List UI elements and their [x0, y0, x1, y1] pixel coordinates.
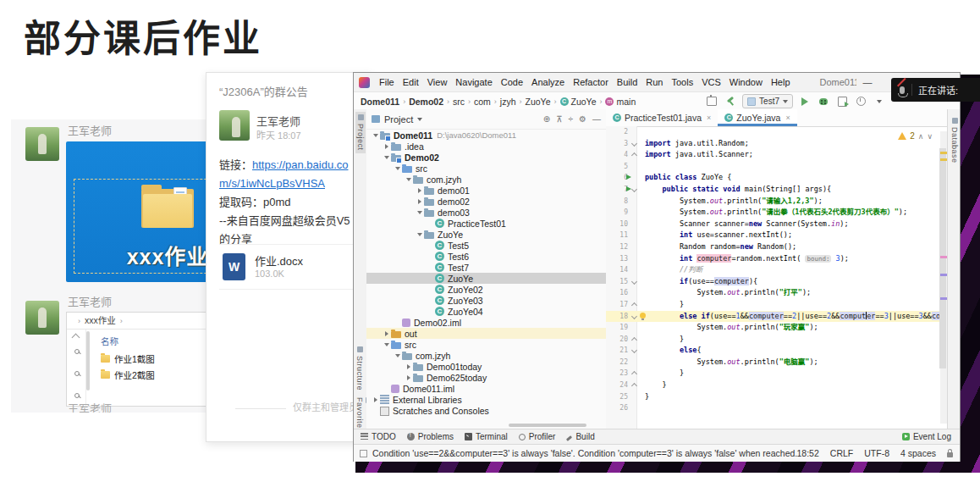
debug-icon[interactable]: [818, 96, 829, 108]
lock-icon[interactable]: [947, 452, 953, 457]
code-line[interactable]: 23 }: [606, 368, 948, 379]
breadcrumb-item[interactable]: com: [474, 97, 491, 107]
chevron-down-icon[interactable]: [372, 134, 379, 137]
tool-window-button-todo[interactable]: TODO: [361, 432, 396, 441]
menu-code[interactable]: Code: [497, 77, 527, 87]
code-line[interactable]: 16 System.out.println("打平");: [606, 287, 948, 299]
menu-run[interactable]: Run: [641, 77, 667, 87]
project-tree-item[interactable]: demo02: [366, 196, 606, 207]
menu-window[interactable]: Window: [725, 77, 767, 87]
avatar[interactable]: [219, 110, 250, 141]
code-editor[interactable]: 23import java.util.Random;4import java.u…: [606, 126, 948, 429]
avatar[interactable]: [25, 301, 59, 335]
project-tree-item[interactable]: Demo02.iml: [366, 317, 606, 328]
tool-window-button-profiler[interactable]: Profiler: [519, 432, 556, 441]
project-tree-item[interactable]: CZuoYe04: [366, 306, 606, 317]
chevron-down-icon[interactable]: [394, 354, 401, 357]
code-line[interactable]: 19 System.out.println("玩家赢");: [606, 322, 948, 334]
code-line[interactable]: 6public class ZuoYe {: [606, 172, 948, 184]
error-stripe-mark[interactable]: [940, 158, 947, 161]
event-log-button[interactable]: Event Log: [902, 432, 960, 441]
project-tree-item[interactable]: com.jzyh: [366, 350, 606, 361]
chevron-right-icon[interactable]: [383, 144, 390, 149]
code-line[interactable]: 9 System.out.println("请出拳（1代表石头2代表剪刀3代表布…: [606, 207, 948, 219]
editor-area[interactable]: CPracticeTest01.java×CZuoYe.java× 2 ∧ ∨ …: [606, 109, 948, 429]
status-item[interactable]: UTF-8: [864, 448, 889, 458]
status-item[interactable]: 4 spaces: [900, 448, 936, 458]
project-tree-item[interactable]: CZuoYe03: [366, 295, 606, 306]
project-tree-item[interactable]: CTest7: [366, 262, 606, 273]
scrollbar[interactable]: [940, 131, 947, 424]
project-tree-item[interactable]: com.jzyh: [366, 174, 606, 185]
minimize-button[interactable]: —: [856, 77, 878, 87]
close-icon[interactable]: ×: [785, 114, 790, 122]
vcs-update-icon[interactable]: [706, 96, 718, 108]
collapse-all-icon[interactable]: ÷: [569, 114, 574, 124]
code-line[interactable]: 8 System.out.println("请输入1,2,3");: [606, 196, 948, 208]
project-tree-item[interactable]: CZuoYe02: [366, 284, 606, 295]
code-line[interactable]: 4import java.util.Scanner;: [606, 149, 948, 161]
project-tree-item[interactable]: demo03: [366, 207, 606, 218]
project-tree-item[interactable]: CTest5: [366, 240, 606, 251]
intention-bulb-icon[interactable]: [640, 313, 646, 319]
project-panel-header[interactable]: Project ⊕⊼÷⚙—: [366, 109, 606, 130]
breadcrumb-item[interactable]: Dome011: [361, 97, 399, 107]
scrollbar[interactable]: [509, 424, 586, 427]
code-line[interactable]: 12 Random random=new Random();: [606, 241, 948, 253]
hide-icon[interactable]: —: [592, 114, 601, 124]
chevron-right-icon[interactable]: [416, 199, 423, 204]
code-line[interactable]: 7 public static void main(String[] args)…: [606, 184, 948, 196]
menu-tools[interactable]: Tools: [667, 77, 697, 87]
project-tree-item[interactable]: Scratches and Consoles: [366, 405, 606, 416]
chevron-down-icon[interactable]: [416, 211, 423, 214]
menu-vcs[interactable]: VCS: [697, 77, 725, 87]
project-tree-item[interactable]: External Libraries: [366, 394, 606, 405]
chevron-down-icon[interactable]: [383, 343, 390, 346]
project-tree-item[interactable]: demo01: [366, 185, 606, 196]
avatar[interactable]: [25, 127, 59, 161]
coverage-icon[interactable]: [836, 96, 848, 108]
code-line[interactable]: 25}: [606, 391, 948, 403]
close-icon[interactable]: ×: [707, 114, 711, 122]
error-stripe-mark[interactable]: [940, 152, 947, 154]
chevron-down-icon[interactable]: [416, 233, 423, 236]
code-line[interactable]: 18 else if(use==1&&computer==2||use==2&&…: [606, 311, 948, 323]
chevron-down-icon[interactable]: [383, 156, 390, 159]
code-line[interactable]: 13 int computer=random.nextInt( bound: 3…: [606, 253, 948, 265]
menu-file[interactable]: File: [375, 77, 399, 87]
breadcrumb-item[interactable]: jzyh: [500, 97, 516, 107]
settings-icon[interactable]: ⚙: [579, 114, 586, 124]
code-line[interactable]: 3import java.util.Random;: [606, 138, 948, 150]
project-tree-item[interactable]: Dome011.iml: [366, 383, 606, 394]
project-tree-item[interactable]: Demo02: [366, 152, 606, 163]
chevron-right-icon[interactable]: [383, 331, 390, 336]
breadcrumb-item[interactable]: ZuoYe: [526, 97, 551, 107]
run-icon[interactable]: [626, 174, 631, 180]
menu-analyze[interactable]: Analyze: [527, 77, 569, 87]
project-tree-item[interactable]: CTest6: [366, 251, 606, 262]
menu-view[interactable]: View: [423, 77, 452, 87]
code-line[interactable]: 14 //判断: [606, 264, 948, 276]
chevron-right-icon[interactable]: [372, 397, 379, 402]
code-line[interactable]: 5: [606, 161, 948, 173]
code-line[interactable]: 10 Scanner scanner=new Scanner(System.in…: [606, 219, 948, 230]
menu-edit[interactable]: Edit: [399, 77, 423, 87]
editor-tab[interactable]: CZuoYe.java×: [718, 109, 796, 126]
tool-window-button-terminal[interactable]: Terminal: [465, 432, 508, 441]
status-item[interactable]: 18:52: [797, 448, 819, 458]
tool-button-project[interactable]: Project: [355, 112, 366, 153]
project-tree-item[interactable]: out: [366, 328, 606, 339]
project-tree-item[interactable]: Demo01today: [366, 361, 606, 372]
file-attachment[interactable]: W 作业.docx 103.0K: [219, 244, 360, 290]
code-line[interactable]: 22 System.out.println("电脑赢");: [606, 357, 948, 368]
chevron-right-icon[interactable]: [405, 364, 412, 369]
breadcrumb-item[interactable]: src: [453, 97, 465, 107]
ide-titlebar[interactable]: FileEditViewNavigateCodeAnalyzeRefactorB…: [354, 73, 960, 91]
code-line[interactable]: 15 if(use==computer){: [606, 276, 948, 288]
code-line[interactable]: 20 }: [606, 334, 948, 346]
error-stripe-mark[interactable]: [940, 274, 947, 276]
code-line[interactable]: 21 else{: [606, 345, 948, 357]
chevron-down-icon[interactable]: [394, 167, 401, 170]
chevron-right-icon[interactable]: [405, 375, 412, 380]
error-stripe-mark[interactable]: [940, 297, 947, 300]
